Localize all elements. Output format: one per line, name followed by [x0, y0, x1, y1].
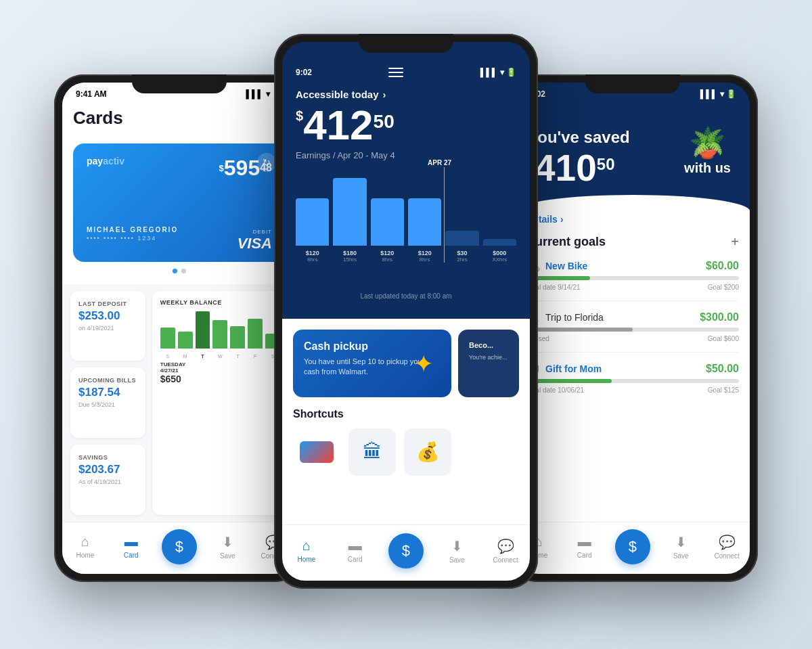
- goals-header: Current goals +: [526, 234, 739, 250]
- details-link[interactable]: Details ›: [526, 211, 739, 225]
- nav-connect-center[interactable]: 💬 Connect: [491, 538, 521, 564]
- weekly-footer: TUESDAY 4/27/21 $650: [160, 361, 280, 384]
- status-icons-right: ▌▌▌ ▾ 🔋: [700, 89, 736, 99]
- card-visa: DEBIT VISA: [238, 229, 272, 252]
- become-card[interactable]: Beco... You're achie...: [458, 330, 519, 397]
- center-white-area: Cash pickup You have until Sep 10 to pic…: [282, 319, 530, 524]
- card-icon-left: ▬: [125, 534, 138, 550]
- last-updated: Last updated today at 8:00 am: [296, 292, 516, 300]
- savings-box: SAVINGS $203.67 As of 4/19/2021: [70, 445, 145, 515]
- shortcut-icons: 🏛 💰: [293, 428, 519, 476]
- phone-right: 9:02 ▌▌▌ ▾ 🔋 You've saved $ 410 50: [508, 74, 758, 582]
- card-balance: $59548: [219, 156, 272, 181]
- phone-left: 9:41 AM ▌▌▌ ▾ 🔋 Cards ↻ p: [54, 74, 304, 582]
- notch-center: [359, 34, 453, 53]
- goal-item-florida[interactable]: 🏝️ Trip to Florida $300.00 Paused Goal $…: [526, 311, 739, 353]
- bottom-nav-center: ⌂ Home ▬ Card $ ⬇ Save 💬: [282, 524, 530, 581]
- right-white-content: Details › Current goals + 🚲 New Bike: [516, 211, 750, 521]
- nav-card-right[interactable]: ▬ Card: [569, 534, 600, 559]
- home-icon-center: ⌂: [302, 538, 311, 554]
- stats-row: LAST DEPOSIT $253.00 on 4/19/2021 UPCOMI…: [62, 284, 296, 522]
- hamburger-menu[interactable]: [388, 68, 403, 77]
- phones-container: 9:41 AM ▌▌▌ ▾ 🔋 Cards ↻ p: [34, 20, 778, 629]
- bar-labels: $120 8hrs $180 15hrs $120 8hrs: [296, 250, 516, 263]
- nav-save-center[interactable]: ⬇ Save: [442, 538, 472, 564]
- bottom-nav-left: ⌂ Home ▬ Card $ ⬇ Save 💬: [62, 522, 296, 574]
- cards-title: Cards: [73, 108, 286, 129]
- nav-home-center[interactable]: ⌂ Home: [291, 538, 321, 563]
- nav-dollar-right[interactable]: $: [615, 529, 650, 564]
- goal-progress-bike: [526, 276, 739, 280]
- nav-home-left[interactable]: ⌂ Home: [70, 534, 100, 559]
- chart-bars: [296, 171, 516, 246]
- plant-icon: 🪴: [684, 128, 731, 158]
- weekly-balance-box: WEEKLY BALANCE S M: [152, 291, 288, 515]
- shortcut-payactiv[interactable]: [293, 428, 340, 476]
- shortcuts-section: Shortcuts 🏛 💰: [293, 405, 519, 478]
- mini-bars: [160, 311, 280, 349]
- day-labels: S M T W T F S: [160, 354, 280, 359]
- plant-container: 🪴 with us: [684, 128, 731, 176]
- notch-right: [585, 74, 680, 93]
- bar-4: [408, 198, 441, 246]
- goal-progress-mom: [526, 379, 739, 383]
- dot-1[interactable]: [173, 269, 177, 273]
- nav-save-right[interactable]: ⬇ Save: [666, 534, 696, 560]
- card-icon-center: ▬: [348, 538, 362, 554]
- shortcut-bank[interactable]: 🏛: [348, 428, 396, 476]
- main-balance: $ 412 50: [296, 104, 516, 146]
- nav-card-left[interactable]: ▬ Card: [116, 534, 146, 559]
- bar-t2: [230, 326, 245, 349]
- bar-6: [483, 239, 516, 246]
- bar-t-active: [196, 311, 210, 349]
- bar-f: [248, 319, 263, 349]
- bar-5: [445, 231, 478, 246]
- card-dots: [73, 269, 286, 273]
- bottom-nav-right: ⌂ Home ▬ Card $ ⬇ Save 💬: [516, 522, 750, 574]
- nav-connect-right[interactable]: 💬 Connect: [712, 534, 742, 560]
- notch-left: [132, 74, 227, 93]
- bar-m: [178, 332, 193, 349]
- goal-item-bike[interactable]: 🚲 New Bike $60.00 Goal date 9/14/21 Goal…: [526, 259, 739, 301]
- debit-card[interactable]: ↻ payactiv $59548 MICHAEL GREGORIO •••• …: [73, 143, 286, 262]
- nav-save-left[interactable]: ⬇ Save: [212, 534, 243, 560]
- save-icon-right: ⬇: [675, 534, 687, 550]
- time-center: 9:02: [296, 68, 312, 77]
- phone-center: 9:02 ▌▌▌ ▾ 🔋 Accessible today ›: [274, 34, 538, 589]
- time-left: 9:41 AM: [76, 89, 107, 99]
- connect-icon-center: 💬: [497, 538, 514, 554]
- save-icon-center: ⬇: [451, 538, 463, 554]
- shortcut-transfer[interactable]: 💰: [404, 428, 451, 476]
- dot-2[interactable]: [181, 269, 186, 273]
- upcoming-bills-box: UPCOMING BILLS $187.54 Due 5/3/2021: [70, 367, 145, 438]
- card-area: ↻ payactiv $59548 MICHAEL GREGORIO •••• …: [62, 137, 296, 284]
- right-top: You've saved $ 410 50 🪴 with us: [516, 102, 750, 190]
- card-holder: MICHAEL GREGORIO •••• •••• •••• 1234: [87, 226, 178, 242]
- apr-label: APR 27: [428, 159, 451, 166]
- bar-1: [296, 198, 329, 246]
- bar-chart: APR 27: [296, 171, 516, 290]
- goal-item-mom[interactable]: 🎁 Gift for Mom $50.00 Goal date 10/06/21…: [526, 362, 739, 403]
- with-us-text: with us: [684, 160, 731, 176]
- home-icon-left: ⌂: [81, 534, 89, 550]
- connect-icon-right: 💬: [719, 534, 736, 550]
- nav-card-center[interactable]: ▬ Card: [340, 538, 370, 563]
- card-icon-right: ▬: [578, 534, 591, 550]
- cash-pickup-card[interactable]: Cash pickup You have until Sep 10 to pic…: [293, 330, 451, 397]
- apr-line: [444, 167, 445, 263]
- earnings-period: Earnings / Apr 20 - May 4: [296, 150, 516, 160]
- accessible-label: Accessible today ›: [296, 89, 516, 100]
- bar-s1: [160, 328, 175, 348]
- last-deposit-box: LAST DEPOSIT $253.00 on 4/19/2021: [70, 291, 145, 361]
- bar-w: [212, 320, 227, 348]
- goal-progress-florida: [526, 328, 739, 332]
- save-icon-left: ⬇: [222, 534, 233, 550]
- nav-dollar-center[interactable]: $: [388, 533, 424, 568]
- add-goal-button[interactable]: +: [731, 234, 739, 250]
- nav-dollar-left[interactable]: $: [162, 529, 197, 564]
- earnings-section: Accessible today › $ 412 50 Earnings / A…: [282, 81, 530, 319]
- bar-2: [333, 178, 366, 246]
- walmart-logo: ✦: [413, 350, 441, 377]
- left-header: Cards: [62, 102, 296, 137]
- bar-3: [371, 198, 404, 246]
